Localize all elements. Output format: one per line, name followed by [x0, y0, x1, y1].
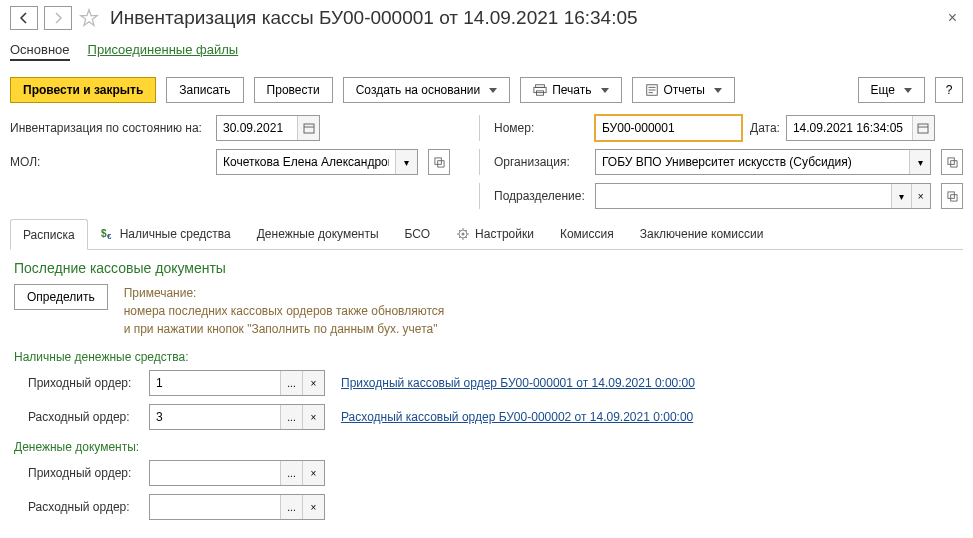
note-text: Примечание: номера последних кассовых ор… [124, 284, 445, 338]
expense-order-link[interactable]: Расходный кассовый ордер БУ00-000002 от … [341, 410, 693, 424]
post-button[interactable]: Провести [254, 77, 333, 103]
clear-icon[interactable]: × [302, 495, 324, 519]
gear-icon [456, 227, 470, 241]
date-input[interactable] [787, 116, 912, 140]
docs-income-input[interactable] [150, 461, 280, 485]
more-button[interactable]: Еще [858, 77, 925, 103]
calendar-icon[interactable] [297, 116, 319, 140]
section-title: Последние кассовые документы [14, 260, 959, 276]
separator [479, 149, 480, 175]
tab-docs[interactable]: Денежные документы [244, 219, 392, 249]
separator [479, 115, 480, 141]
dropdown-icon[interactable]: ▾ [891, 184, 910, 208]
income-order-link[interactable]: Приходный кассовый ордер БУ00-000001 от … [341, 376, 695, 390]
help-button[interactable]: ? [935, 77, 963, 103]
income-order-input[interactable] [150, 371, 280, 395]
docs-section-title: Денежные документы: [14, 440, 959, 454]
create-based-button[interactable]: Создать на основании [343, 77, 511, 103]
number-label: Номер: [494, 121, 589, 135]
mol-label: МОЛ: [10, 155, 210, 169]
ellipsis-icon[interactable]: ... [280, 495, 302, 519]
inventory-date-label: Инвентаризация по состоянию на: [10, 121, 210, 135]
save-button[interactable]: Записать [166, 77, 243, 103]
svg-rect-7 [304, 124, 314, 133]
dropdown-icon[interactable]: ▾ [909, 150, 930, 174]
close-icon[interactable]: × [942, 7, 963, 29]
expense-order-label: Расходный ордер: [28, 410, 143, 424]
clear-icon[interactable]: × [302, 405, 324, 429]
tab-cash[interactable]: $€ Наличные средства [88, 219, 244, 249]
open-icon[interactable] [428, 149, 450, 175]
favorite-star-icon[interactable] [78, 7, 100, 29]
ellipsis-icon[interactable]: ... [280, 461, 302, 485]
cash-icon: $€ [101, 227, 115, 241]
report-icon [645, 83, 659, 97]
svg-rect-9 [918, 124, 928, 133]
date-label: Дата: [750, 121, 780, 135]
svg-rect-1 [534, 87, 546, 92]
tab-settings[interactable]: Настройки [443, 219, 547, 249]
determine-button[interactable]: Определить [14, 284, 108, 310]
svg-text:€: € [107, 232, 112, 241]
reports-button[interactable]: Отчеты [632, 77, 735, 103]
dropdown-icon[interactable]: ▾ [395, 150, 417, 174]
section-tab-main[interactable]: Основное [10, 40, 70, 61]
tab-bso[interactable]: БСО [392, 219, 443, 249]
inventory-date-input[interactable] [217, 116, 297, 140]
tab-receipt[interactable]: Расписка [10, 219, 88, 250]
tab-conclusion[interactable]: Заключение комиссии [627, 219, 777, 249]
docs-expense-input[interactable] [150, 495, 280, 519]
dept-input[interactable] [596, 184, 891, 208]
svg-point-17 [462, 233, 465, 236]
clear-icon[interactable]: × [302, 461, 324, 485]
open-icon[interactable] [941, 183, 963, 209]
back-button[interactable] [10, 6, 38, 30]
ellipsis-icon[interactable]: ... [280, 371, 302, 395]
open-icon[interactable] [941, 149, 963, 175]
separator [479, 183, 480, 209]
post-and-close-button[interactable]: Провести и закрыть [10, 77, 156, 103]
income-order-label: Приходный ордер: [28, 376, 143, 390]
clear-icon[interactable]: × [302, 371, 324, 395]
tab-commission[interactable]: Комиссия [547, 219, 627, 249]
mol-input[interactable] [217, 150, 395, 174]
printer-icon [533, 83, 547, 97]
ellipsis-icon[interactable]: ... [280, 405, 302, 429]
docs-expense-label: Расходный ордер: [28, 500, 143, 514]
calendar-icon[interactable] [912, 116, 934, 140]
section-tab-files[interactable]: Присоединенные файлы [88, 40, 239, 61]
clear-icon[interactable]: × [911, 184, 930, 208]
expense-order-input[interactable] [150, 405, 280, 429]
page-title: Инвентаризация кассы БУ00-000001 от 14.0… [110, 7, 638, 29]
cash-section-title: Наличные денежные средства: [14, 350, 959, 364]
forward-button[interactable] [44, 6, 72, 30]
dept-label: Подразделение: [494, 189, 589, 203]
print-button[interactable]: Печать [520, 77, 621, 103]
org-input[interactable] [596, 150, 909, 174]
docs-income-label: Приходный ордер: [28, 466, 143, 480]
number-input[interactable] [596, 116, 741, 140]
org-label: Организация: [494, 155, 589, 169]
